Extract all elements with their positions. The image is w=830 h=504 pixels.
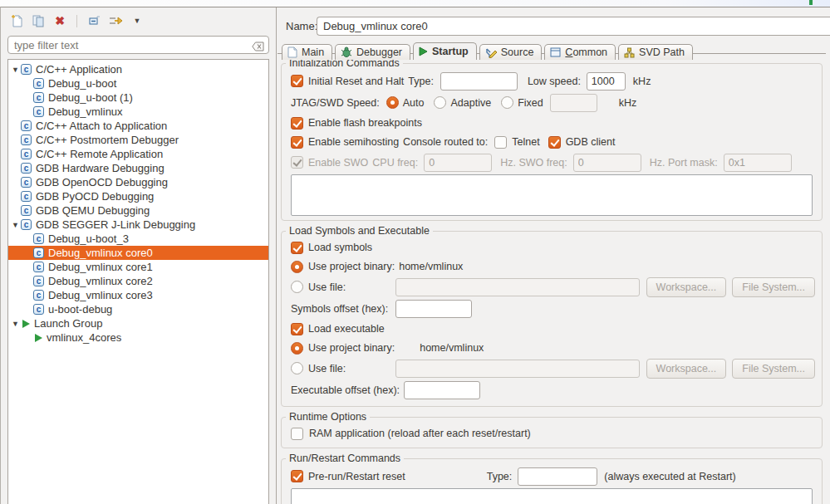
collapse-all-icon[interactable]	[86, 13, 101, 28]
tree-item[interactable]: cDebug_vmlinux core1	[8, 260, 268, 274]
runtime-options-group: Runtime Options RAM application (reload …	[281, 417, 823, 448]
c-file-icon: c	[33, 106, 44, 117]
tree-item[interactable]: cDebug_u-boot_3	[8, 232, 268, 246]
speed-fixed-radio[interactable]	[501, 96, 513, 109]
expand-arrow-icon[interactable]: ▼	[10, 221, 21, 229]
run-restart-commands-group: Run/Restart Commands Pre-run/Restart res…	[281, 458, 823, 504]
load-symbols-checkbox[interactable]	[291, 242, 303, 254]
tree-item[interactable]: ▼cC/C++ Application	[8, 62, 268, 76]
delete-launch-configuration-icon[interactable]: ✖	[52, 13, 67, 28]
c-file-icon: c	[21, 205, 32, 216]
config-editor-pane: Name: Main Debugger Startup S	[277, 7, 830, 504]
duplicate-launch-configuration-icon[interactable]	[31, 13, 46, 28]
tab-debugger[interactable]: Debugger	[335, 44, 410, 60]
tree-item-selected[interactable]: cDebug_vmlinux core0	[8, 246, 268, 260]
new-launch-configuration-icon[interactable]	[9, 13, 24, 28]
tab-source[interactable]: Source	[479, 44, 543, 60]
exec-offset-label: Executable offset (hex):	[291, 384, 404, 396]
flash-breakpoints-checkbox[interactable]	[291, 117, 303, 130]
clear-filter-icon[interactable]	[252, 40, 264, 55]
tree-item[interactable]: cDebug_vmlinux	[8, 105, 268, 119]
cursor-artifact	[809, 0, 813, 5]
exec-offset-input[interactable]	[404, 381, 480, 399]
run-type-label: Type:	[487, 471, 513, 482]
symbols-project-binary-radio[interactable]	[291, 261, 303, 273]
prerun-reset-checkbox[interactable]	[291, 470, 303, 482]
low-speed-input[interactable]	[587, 72, 626, 91]
speed-auto-radio[interactable]	[386, 96, 399, 109]
gdb-client-checkbox[interactable]	[548, 136, 561, 149]
toolbar-menu-dropdown-icon[interactable]: ▼	[130, 13, 145, 28]
run-commands-textarea[interactable]	[291, 488, 813, 504]
common-tab-icon	[550, 47, 561, 57]
c-file-icon: c	[33, 78, 44, 89]
tab-svd-path[interactable]: SVD Path	[618, 44, 693, 60]
load-executable-checkbox[interactable]	[291, 323, 303, 335]
tree-item[interactable]: cC/C++ Remote Application	[8, 147, 268, 161]
prerun-reset-label: Pre-run/Restart reset	[308, 471, 405, 482]
launch-config-sidebar: ✖ ▼ ▼cC/C++ Application cDebug_u-boot	[1, 7, 277, 504]
enable-swo-checkbox	[291, 156, 303, 169]
init-commands-textarea[interactable]	[291, 174, 813, 216]
name-label: Name:	[286, 20, 317, 32]
run-icon	[35, 334, 42, 342]
tree-item[interactable]: cC/C++ Postmortem Debugger	[8, 133, 268, 147]
exec-project-binary-radio[interactable]	[291, 342, 303, 355]
group-title: Runtime Options	[286, 411, 370, 423]
symbols-offset-input[interactable]	[395, 300, 472, 318]
low-speed-label: Low speed:	[528, 76, 581, 87]
c-file-icon: c	[21, 219, 32, 230]
tab-startup[interactable]: Startup	[413, 42, 477, 60]
tree-item[interactable]: cGDB QEMU Debugging	[8, 203, 268, 218]
symbols-use-file-radio[interactable]	[291, 281, 303, 293]
exec-use-file-radio[interactable]	[291, 362, 303, 374]
toolbar-separator	[76, 15, 77, 27]
tree-item[interactable]: ▼cGDB SEGGER J-Link Debugging	[8, 218, 268, 232]
c-file-icon: c	[21, 135, 32, 145]
tree-item[interactable]: cGDB OpenOCD Debugging	[8, 175, 268, 189]
khz-label: kHz	[633, 76, 651, 87]
filter-launch-configurations-icon[interactable]	[108, 13, 123, 28]
tree-item[interactable]: cDebug_vmlinux core3	[8, 288, 268, 302]
initial-reset-checkbox[interactable]	[291, 75, 303, 87]
cpu-freq-input	[424, 154, 492, 172]
tab-common[interactable]: Common	[544, 44, 616, 60]
ram-application-checkbox[interactable]	[291, 428, 303, 440]
tree-item[interactable]: cGDB PyOCD Debugging	[8, 189, 268, 203]
svd-path-tab-icon	[624, 47, 635, 58]
tree-item[interactable]: cu-boot-debug	[8, 302, 268, 316]
filter-input[interactable]	[7, 36, 269, 54]
c-file-icon: c	[33, 92, 44, 103]
speed-auto-label: Auto	[403, 97, 425, 109]
run-type-input[interactable]	[518, 467, 597, 486]
tree-item[interactable]: cDebug_vmlinux core2	[8, 274, 268, 288]
reset-type-label: Type:	[408, 76, 434, 87]
tree-item[interactable]: cC/C++ Attach to Application	[8, 119, 268, 133]
c-file-icon: c	[33, 233, 44, 244]
c-file-icon: c	[21, 120, 32, 131]
sidebar-toolbar: ✖ ▼	[1, 7, 276, 31]
expand-arrow-icon[interactable]: ▼	[10, 320, 21, 328]
tree-item[interactable]: ▼Launch Group	[8, 316, 268, 330]
hz-swo-freq-label: Hz. SWO freq:	[500, 157, 567, 169]
fixed-khz-label: kHz	[619, 97, 637, 109]
tree-item[interactable]: cDebug_u-boot	[8, 76, 268, 91]
c-file-icon: c	[21, 64, 32, 75]
debugger-tab-icon	[341, 46, 352, 58]
tree-item[interactable]: cDebug_u-boot (1)	[8, 91, 268, 105]
console-routed-label: Console routed to:	[403, 136, 488, 148]
tree-item[interactable]: vmlinux_4cores	[8, 330, 268, 345]
name-input[interactable]	[317, 17, 830, 36]
c-file-icon: c	[33, 276, 44, 286]
tab-main[interactable]: Main	[282, 44, 332, 60]
expand-arrow-icon[interactable]: ▼	[10, 66, 21, 74]
reset-type-input[interactable]	[440, 72, 518, 91]
jtag-speed-label: JTAG/SWD Speed:	[291, 97, 380, 109]
exec-file-input	[395, 360, 640, 378]
telnet-checkbox[interactable]	[494, 136, 507, 149]
semihosting-checkbox[interactable]	[291, 136, 303, 149]
fixed-speed-input[interactable]	[550, 94, 597, 112]
source-tab-icon	[485, 47, 497, 58]
speed-adaptive-radio[interactable]	[434, 96, 446, 109]
tree-item[interactable]: cGDB Hardware Debugging	[8, 161, 268, 175]
